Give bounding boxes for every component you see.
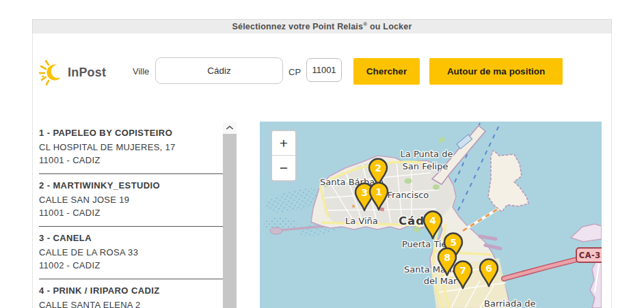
point-title: 4 - PRINK / IRIPARO CADIZ — [39, 285, 223, 296]
svg-text:6: 6 — [485, 263, 492, 274]
port-dashed-road — [463, 207, 501, 231]
far-pier — [571, 224, 602, 242]
point-address: CL HOSPITAL DE MUJERES, 17 — [39, 141, 223, 154]
inpost-logo: InPost — [38, 55, 106, 89]
svg-text:CA-35: CA-35 — [579, 251, 602, 260]
svg-text:8: 8 — [444, 252, 451, 263]
ca35-road-badge: CA-35 — [576, 248, 602, 262]
point-address: CALLE DE LA ROSA 33 — [39, 246, 223, 259]
map-graphics: Santa Bárbara La Punta de San Felipe San… — [260, 122, 602, 308]
point-city: 11001 - CADIZ — [39, 206, 223, 219]
map-zoom-control: + − — [271, 130, 297, 182]
zoom-in-button[interactable]: + — [272, 131, 295, 156]
map-label-barriada: Barriada de — [484, 298, 536, 308]
point-address: CALLE SANTA ELENA 2 — [39, 298, 223, 308]
point-address: CALLE SAN JOSE 19 — [39, 193, 223, 206]
city-input[interactable] — [155, 57, 283, 84]
point-title: 2 - MARTIWINKY_ESTUDIO — [39, 180, 223, 191]
zoom-out-button[interactable]: − — [272, 156, 295, 180]
svg-text:3: 3 — [361, 187, 368, 198]
map-marker-4[interactable]: 4 — [424, 212, 442, 238]
svg-text:4: 4 — [429, 215, 436, 226]
scroll-up-button[interactable] — [223, 122, 237, 134]
list-item[interactable]: 3 - CANELA CALLE DE LA ROSA 33 11002 - C… — [39, 227, 223, 279]
point-title: 1 - PAPELEO BY COPISTEIRO — [39, 127, 223, 139]
around-my-position-button[interactable]: Autour de ma position — [429, 58, 563, 85]
list-scrollbar[interactable] — [223, 122, 237, 308]
map-label-la-vina: La Viña — [345, 216, 378, 226]
harbour-pier — [488, 150, 528, 212]
point-relais-widget: Sélectionnez votre Point Relais® ou Lock… — [0, 0, 644, 308]
widget-title: Sélectionnez votre Point Relais® ou Lock… — [232, 22, 412, 31]
postcode-label: CP — [289, 67, 301, 77]
map-label-la-punta-1: La Punta de — [401, 149, 453, 159]
scrollbar-thumb[interactable] — [223, 134, 237, 308]
svg-text:2: 2 — [375, 163, 381, 173]
pickup-point-list: 1 - PAPELEO BY COPISTEIRO CL HOSPITAL DE… — [39, 122, 223, 308]
svg-text:7: 7 — [459, 265, 466, 276]
search-button[interactable]: Chercher — [353, 58, 420, 85]
list-item[interactable]: 4 - PRINK / IRIPARO CADIZ CALLE SANTA EL… — [39, 279, 223, 308]
map-canvas[interactable]: Santa Bárbara La Punta de San Felipe San… — [260, 122, 602, 308]
point-city: 11002 - CADIZ — [39, 259, 223, 272]
list-item[interactable]: 2 - MARTIWINKY_ESTUDIO CALLE SAN JOSE 19… — [39, 174, 223, 227]
widget-title-bar: Sélectionnez votre Point Relais® ou Lock… — [32, 19, 612, 34]
inpost-logo-text: InPost — [68, 66, 106, 80]
map-label-santa-maria-2: del Mar — [424, 276, 457, 286]
point-city: 11001 - CADIZ — [39, 154, 223, 167]
list-item[interactable]: 1 - PAPELEO BY COPISTEIRO CL HOSPITAL DE… — [39, 122, 223, 174]
map-label-la-punta-2: San Felipe — [403, 161, 448, 171]
svg-text:1: 1 — [375, 186, 382, 197]
postcode-input[interactable] — [306, 58, 342, 82]
scroll-up-icon — [226, 125, 234, 130]
city-label: Ville — [133, 66, 149, 76]
inpost-sun-icon — [38, 55, 68, 89]
point-title: 3 - CANELA — [39, 232, 223, 244]
svg-text:5: 5 — [450, 237, 457, 248]
